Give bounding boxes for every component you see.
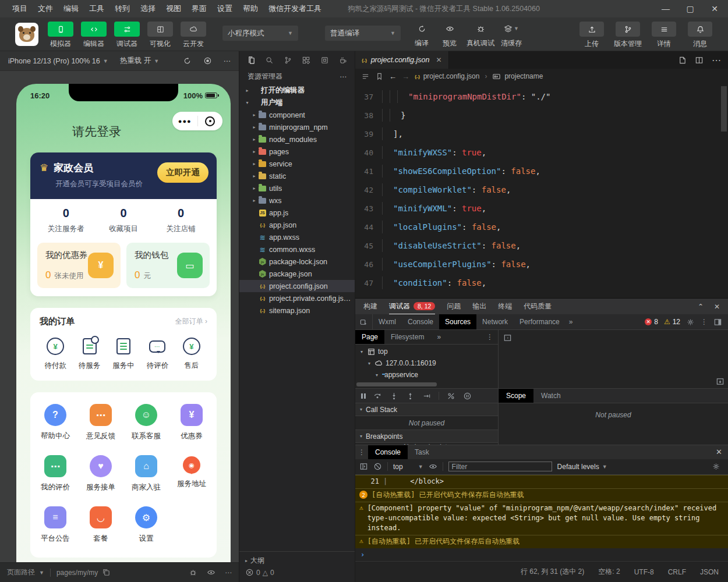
order-aftersale[interactable]: ¥售后	[175, 337, 208, 371]
grid-item[interactable]: ⋯意见反馈	[78, 404, 123, 441]
panel-tab-问题[interactable]: 问题	[447, 299, 461, 314]
user-avatar[interactable]	[15, 23, 38, 46]
collapse-panel-icon[interactable]: ⌃	[698, 303, 704, 311]
stat-item[interactable]: 0关注店铺	[152, 207, 210, 234]
pause-script-icon[interactable]	[361, 393, 366, 399]
call-stack-header[interactable]: ▾Call Stack	[355, 403, 498, 416]
more-icon[interactable]: ⋯	[225, 569, 232, 577]
tree-item-wxs[interactable]: ▸wxs	[239, 194, 355, 207]
encoding[interactable]: UTF-8	[634, 568, 654, 576]
devtools-tab-network[interactable]: Network	[476, 314, 514, 329]
grid-item[interactable]: ⌂商家入驻	[123, 455, 169, 492]
step-icon[interactable]	[422, 392, 431, 400]
order-todo[interactable]: 待服务	[72, 337, 106, 371]
maximize-button[interactable]: ▢	[680, 1, 700, 16]
clear-console-icon[interactable]	[373, 462, 382, 471]
activate-membership-button[interactable]: 立即开通	[157, 162, 208, 183]
close-console-icon[interactable]: ✕	[710, 445, 728, 459]
grid-item[interactable]: ¥优惠券	[169, 404, 214, 441]
tree-item-package-lock.json[interactable]: jspackage-lock.json	[239, 255, 355, 268]
wallet-card[interactable]: 我的钱包0元▭	[126, 243, 210, 288]
grid-item[interactable]: ?帮助中心	[33, 404, 78, 441]
cursor-position[interactable]: 行 62, 列 31 (选中 2)	[521, 567, 584, 577]
panel-tab-终端[interactable]: 终端	[498, 299, 512, 314]
navigate-forward-icon[interactable]: →	[402, 72, 409, 81]
device-select[interactable]: iPhone 12/13 (Pro) 100% 16 ▼	[8, 57, 108, 65]
tree-item-project.private.config.js[interactable]: {..}project.private.config.js…	[239, 292, 355, 304]
devtools-settings-icon[interactable]	[686, 318, 695, 327]
problems-summary[interactable]: 0 △ 0	[245, 568, 349, 577]
console-tab-console[interactable]: Console	[368, 445, 408, 459]
tree-item-sitemap.json[interactable]: {..}sitemap.json	[239, 304, 355, 317]
search-icon[interactable]	[265, 56, 274, 65]
upload-button[interactable]: 上传	[577, 22, 607, 49]
stop-record-icon[interactable]	[203, 56, 212, 65]
navigate-back-icon[interactable]: ←	[389, 72, 397, 81]
close-panel-icon[interactable]: ✕	[714, 303, 720, 311]
tree-item-utils[interactable]: ▸utils	[239, 182, 355, 194]
close-capsule-icon[interactable]	[198, 116, 223, 126]
code-editor[interactable]: 37"miniprogramNpmDistDir": "./"38}39],40…	[355, 84, 728, 298]
explorer-more-icon[interactable]: ⋯	[340, 73, 347, 81]
source-node-127.0.0.116019[interactable]: ▾127.0.0.1:16019	[355, 357, 498, 369]
tree-item-app.json[interactable]: {..}app.json	[239, 219, 355, 231]
compile-button[interactable]: 编译	[409, 22, 434, 48]
indentation[interactable]: 空格: 2	[598, 567, 620, 577]
grid-item[interactable]: ◡套餐	[78, 506, 123, 544]
tree-section-[interactable]: ▸打开的编辑器	[239, 84, 355, 97]
console-source-line[interactable]: 21|</block>	[355, 475, 728, 488]
deactivate-breakpoints-icon[interactable]	[447, 392, 455, 400]
menu-设置[interactable]: 设置	[212, 3, 238, 14]
order-serving[interactable]: 服务中	[107, 337, 140, 371]
toggle-editor-button[interactable]: 编辑器	[80, 22, 108, 49]
menu-文件[interactable]: 文件	[33, 3, 58, 14]
toggle-sidebar-icon[interactable]	[503, 333, 512, 342]
toggle-simulator-button[interactable]: 模拟器	[47, 22, 75, 49]
language-mode[interactable]: JSON	[700, 568, 719, 576]
eye-icon[interactable]	[429, 462, 437, 471]
menu-转到[interactable]: 转到	[109, 3, 135, 14]
more-menu-icon[interactable]: ●●●	[172, 118, 197, 125]
tree-item-miniprogram_npm[interactable]: ▸miniprogram_npm	[239, 121, 355, 133]
breadcrumb-node[interactable]: projectname	[492, 72, 543, 81]
grid-item[interactable]: ♥服务接单	[78, 455, 123, 492]
message-button[interactable]: 消息	[685, 22, 715, 49]
menu-项目[interactable]: 项目	[7, 3, 33, 14]
devtools-tab-wxml[interactable]: Wxml	[373, 314, 402, 329]
tree-item-app.wxss[interactable]: ≋app.wxss	[239, 231, 355, 243]
console-prompt[interactable]: ›	[355, 548, 728, 561]
tree-item-project.config.json[interactable]: {..}project.config.json	[239, 280, 355, 292]
compile-mode-select[interactable]: 普通编译 ▼	[325, 26, 401, 41]
bug-icon[interactable]	[189, 568, 197, 577]
panel-tab-构建[interactable]: 构建	[363, 299, 377, 314]
menu-界面[interactable]: 界面	[186, 3, 212, 14]
outline-section[interactable]: ▸ 大纲	[245, 555, 349, 566]
blocks-icon[interactable]	[302, 56, 310, 65]
preview-button[interactable]: 预览	[437, 22, 462, 48]
more-icon[interactable]: ⋯	[224, 56, 231, 65]
grid-item[interactable]: ≡平台公告	[33, 506, 78, 544]
console-warning-message[interactable]: ⚠[自动热重载] 已开启代码文件保存后自动热重载	[355, 535, 728, 548]
editor-tab-project-config[interactable]: {..} project.config.json ✕	[355, 51, 449, 69]
context-select[interactable]: top ▼	[393, 463, 423, 471]
clear-cache-button[interactable]: ▼清缓存	[499, 22, 524, 48]
sources-tab-page[interactable]: Page	[355, 330, 384, 344]
tree-item-node_modules[interactable]: ▸node_modules	[239, 133, 355, 146]
console-error-count[interactable]: ✕ 8	[645, 318, 658, 326]
mode-select[interactable]: 小程序模式 ▼	[222, 26, 298, 41]
split-editor-icon[interactable]	[695, 56, 704, 65]
editor-scrollbar[interactable]	[721, 86, 727, 132]
box-icon[interactable]	[320, 56, 329, 65]
console-settings-icon[interactable]	[712, 462, 724, 471]
toggle-cloud-button[interactable]: 云开发	[179, 22, 207, 49]
all-orders-link[interactable]: 全部订单 ›	[175, 317, 207, 327]
console-warning-message[interactable]: 2[自动热重载] 已开启代码文件保存后自动热重载	[355, 488, 728, 502]
step-out-icon[interactable]	[406, 392, 415, 400]
stat-item[interactable]: 0关注服务者	[37, 207, 95, 234]
menu-工具[interactable]: 工具	[84, 3, 109, 14]
console-warning-message[interactable]: ⚠[Component] property "value" of "minipr…	[355, 502, 728, 535]
horizontal-scrollbar[interactable]	[355, 381, 498, 388]
restart-icon[interactable]	[183, 56, 192, 65]
outline-list-icon[interactable]	[361, 72, 370, 81]
console-filter-input[interactable]	[448, 462, 552, 471]
